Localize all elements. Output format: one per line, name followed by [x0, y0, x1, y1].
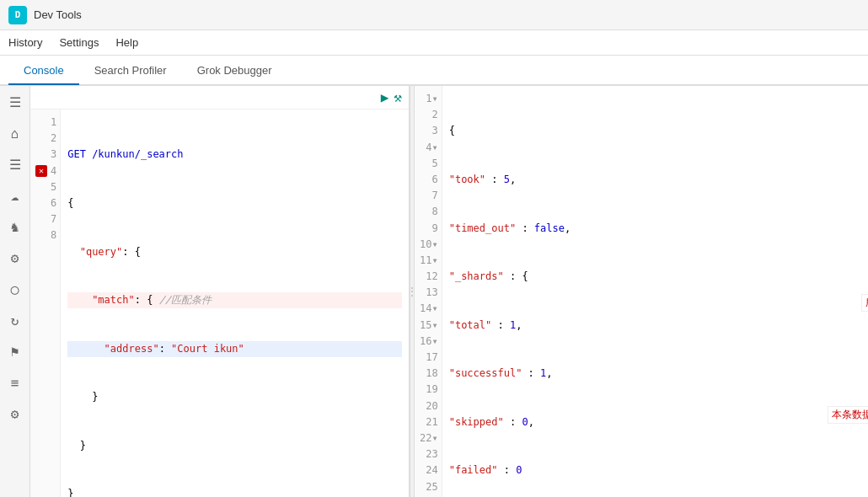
run-button[interactable]: ▶ — [381, 89, 389, 105]
right-panel[interactable]: 1▾ 2 3 4▾ 5 6 7 8 9 10▾ 11▾ 12 13 14▾ 15… — [415, 86, 868, 497]
left-panel: ▶ ⚒ 1 2 3 ✕4 5 6 7 8 GET /kunkun/_se — [30, 86, 410, 497]
sidebar-icon-console[interactable]: ☰ — [9, 94, 21, 110]
right-code-area: 1▾ 2 3 4▾ 5 6 7 8 9 10▾ 11▾ 12 13 14▾ 15… — [415, 86, 868, 497]
wrench-button[interactable]: ⚒ — [394, 89, 402, 105]
editor-toolbar: ▶ ⚒ — [30, 86, 409, 110]
right-panel-inner: 1▾ 2 3 4▾ 5 6 7 8 9 10▾ 11▾ 12 13 14▾ 15… — [415, 86, 868, 497]
code-line-4: "match": { //匹配条件 — [67, 292, 402, 308]
sidebar-icon-settings2[interactable]: ⚙ — [11, 406, 19, 422]
app-icon-label: D — [15, 9, 21, 20]
r-line-1: { — [449, 123, 861, 139]
right-code: { "took" : 5, "timed_out" : false, "_sha… — [442, 86, 868, 497]
menu-history[interactable]: History — [8, 36, 42, 49]
left-code[interactable]: GET /kunkun/_search { "query": { "match"… — [61, 110, 409, 497]
r-line-7: "skipped" : 0, — [449, 414, 861, 430]
code-line-6: } — [67, 389, 402, 405]
code-line-7: } — [67, 438, 402, 454]
main-content: ☰ ⌂ ☰ ☁ ♞ ⚙ ◯ ↻ ⚑ ≡ ⚙ ▶ ⚒ 1 2 3 ✕4 — [0, 86, 868, 497]
annotation-overlay-2: 本条数据的相关性得分 — [828, 406, 868, 424]
annotation-overlay-1: 所有数据里面相关性得分最高的 — [861, 294, 868, 312]
r-line-2: "took" : 5, — [449, 172, 861, 188]
sidebar-icon-puzzle[interactable]: ♞ — [11, 219, 19, 235]
error-indicator: ✕ — [35, 165, 47, 177]
code-line-3: "query": { — [67, 244, 402, 260]
r-line-5: "total" : 1, — [449, 318, 861, 334]
code-line-8: } — [67, 486, 402, 497]
code-line-5: "address": "Court ikun" — [67, 341, 402, 357]
code-line-2: { — [67, 195, 402, 211]
code-line-1: GET /kunkun/_search — [67, 147, 402, 163]
sidebar-icon-menu2[interactable]: ≡ — [11, 375, 19, 391]
top-bar: D Dev Tools — [0, 0, 868, 30]
menu-help[interactable]: Help — [115, 36, 138, 49]
sidebar-icon-home[interactable]: ⌂ — [11, 126, 19, 142]
tab-console[interactable]: Console — [8, 57, 79, 85]
tabs-bar: Console Search Profiler Grok Debugger — [0, 56, 868, 86]
app-title: Dev Tools — [34, 8, 82, 21]
sidebar-icon-cloud[interactable]: ☁ — [11, 188, 19, 204]
sidebar-icon-refresh[interactable]: ↻ — [11, 313, 19, 329]
r-line-8: "failed" : 0 — [449, 462, 861, 478]
menu-settings[interactable]: Settings — [59, 36, 99, 49]
menu-bar: History Settings Help — [0, 30, 868, 56]
sidebar: ☰ ⌂ ☰ ☁ ♞ ⚙ ◯ ↻ ⚑ ≡ ⚙ — [0, 86, 30, 497]
line-numbers-right: 1▾ 2 3 4▾ 5 6 7 8 9 10▾ 11▾ 12 13 14▾ 15… — [415, 86, 442, 497]
r-line-6: "successful" : 1, — [449, 366, 861, 382]
r-line-3: "timed_out" : false, — [449, 221, 861, 237]
sidebar-icon-list[interactable]: ☰ — [9, 157, 21, 173]
line-numbers-left: 1 2 3 ✕4 5 6 7 8 — [30, 110, 61, 497]
sidebar-icon-gear[interactable]: ⚙ — [11, 250, 19, 266]
sidebar-icon-user[interactable]: ◯ — [11, 281, 19, 297]
tab-search-profiler[interactable]: Search Profiler — [79, 57, 182, 85]
tab-grok-debugger[interactable]: Grok Debugger — [182, 57, 287, 85]
left-editor[interactable]: 1 2 3 ✕4 5 6 7 8 GET /kunkun/_search { "… — [30, 110, 409, 497]
sidebar-icon-flag[interactable]: ⚑ — [11, 344, 19, 360]
app-icon: D — [8, 6, 27, 24]
r-line-4: "_shards" : { — [449, 269, 861, 285]
